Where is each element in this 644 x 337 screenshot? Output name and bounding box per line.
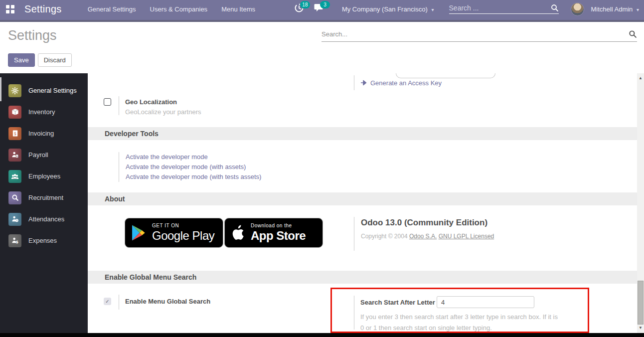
field-help-line2: 0 or 1 then search start on single lette… — [360, 324, 492, 332]
invoice-icon: $ — [8, 127, 21, 140]
svg-text:$: $ — [13, 131, 16, 136]
activity-menu[interactable]: 18 — [294, 3, 307, 15]
generate-access-key-row: Generate an Access Key — [354, 75, 442, 90]
settings-search-bar — [322, 30, 637, 42]
top-navbar: Settings General Settings Users & Compan… — [0, 0, 644, 22]
sidebar-item-recruitment[interactable]: Recruitment — [0, 187, 88, 208]
arrow-right-icon — [360, 80, 367, 86]
payroll-icon: $ — [8, 149, 21, 162]
sidebar-item-inventory[interactable]: Inventory — [0, 101, 88, 123]
geo-localization-label[interactable]: Geo Localization — [125, 98, 177, 106]
vertical-scrollbar[interactable]: ▲ ▼ — [637, 73, 644, 333]
settings-sidebar: General Settings Inventory $ Invoicing $… — [0, 73, 88, 333]
google-play-icon — [131, 225, 146, 241]
activate-dev-mode-assets-link[interactable]: Activate the developer mode (with assets… — [126, 162, 261, 172]
about-block: Odoo 13.0 (Community Edition) Copyright … — [354, 217, 494, 251]
google-play-badge[interactable]: GET IT ON Google Play — [125, 218, 223, 248]
message-count-badge: 3 — [320, 1, 330, 8]
expense-icon: $ — [8, 234, 21, 247]
user-avatar[interactable] — [571, 2, 584, 16]
scrollbar-thumb[interactable] — [638, 281, 644, 325]
scroll-up-icon[interactable]: ▲ — [637, 75, 644, 82]
sidebar-item-general-settings[interactable]: General Settings — [0, 80, 88, 101]
user-menu[interactable]: Mitchell Admin ▾ — [591, 5, 639, 13]
sidebar-item-payroll[interactable]: $ Payroll — [0, 144, 88, 166]
search-icon[interactable] — [551, 4, 559, 12]
recruitment-icon — [8, 191, 21, 204]
sidebar-item-invoicing[interactable]: $ Invoicing — [0, 123, 88, 144]
developer-links: Activate the developer mode Activate the… — [119, 152, 261, 182]
navbar-menu: General Settings Users & Companies Menu … — [88, 5, 255, 13]
employees-icon — [8, 170, 21, 183]
sidebar-item-attendances[interactable]: Attendances — [0, 208, 88, 230]
section-global-menu-search: Enable Global Menu Search — [88, 271, 637, 284]
app-title[interactable]: Settings — [24, 3, 62, 15]
settings-search-input[interactable] — [322, 30, 629, 38]
copyright-line: Copyright © 2004 Odoo S.A. GNU LGPL Lice… — [361, 233, 494, 240]
enable-menu-global-search-checkbox[interactable]: ✓ — [104, 298, 111, 305]
search-start-after-letter-input[interactable] — [437, 296, 534, 308]
apps-menu-icon[interactable] — [6, 5, 14, 13]
sidebar-item-expenses[interactable]: $ Expenses — [0, 230, 88, 251]
company-switcher[interactable]: My Company (San Francisco) ▾ — [342, 5, 434, 13]
action-buttons: Save Discard — [8, 53, 72, 67]
app-store-badge[interactable]: Download on the App Store — [224, 218, 323, 248]
activate-dev-mode-link[interactable]: Activate the developer mode — [126, 152, 261, 162]
navbar-search-input[interactable] — [449, 4, 551, 12]
discard-button[interactable]: Discard — [38, 53, 72, 67]
box-icon — [8, 106, 21, 119]
menu-general-settings[interactable]: General Settings — [88, 5, 136, 13]
activate-dev-mode-tests-link[interactable]: Activate the developer mode (with tests … — [126, 172, 261, 182]
messages-menu[interactable]: 3 — [314, 3, 327, 15]
apple-icon — [231, 224, 245, 241]
search-icon[interactable] — [629, 30, 637, 38]
attendance-icon — [8, 213, 21, 226]
svg-text:$: $ — [15, 240, 18, 244]
chevron-down-icon: ▾ — [432, 7, 434, 12]
divider — [119, 96, 119, 115]
control-panel: Settings Save Discard — [0, 22, 644, 73]
field-help-line1: If you enter 3 then search start after 3… — [360, 313, 558, 321]
svg-text:$: $ — [16, 155, 17, 158]
scroll-down-icon[interactable]: ▼ — [637, 325, 644, 332]
divider — [354, 296, 354, 330]
navbar-search — [449, 4, 559, 14]
lgpl-license-link[interactable]: GNU LGPL Licensed — [439, 233, 494, 240]
search-start-after-letter-label: Search Start After Letter — [360, 299, 435, 306]
odoo-version: Odoo 13.0 (Community Edition) — [361, 218, 494, 228]
navbar-systray: 18 3 My Company (San Francisco) ▾ Mitche… — [294, 2, 639, 16]
chevron-down-icon: ▾ — [637, 7, 639, 12]
geo-localization-checkbox[interactable] — [104, 98, 111, 106]
generate-access-key-link[interactable]: Generate an Access Key — [370, 79, 442, 87]
menu-users-companies[interactable]: Users & Companies — [150, 5, 208, 13]
main-area: General Settings Inventory $ Invoicing $… — [0, 73, 644, 333]
menu-menu-items[interactable]: Menu Items — [221, 5, 255, 13]
store-badges: GET IT ON Google Play Download on the Ap… — [125, 218, 323, 248]
section-about: About — [88, 192, 637, 205]
enable-menu-global-search-label[interactable]: Enable Menu Global Search — [125, 298, 210, 305]
section-developer-tools: Developer Tools — [88, 127, 637, 140]
settings-content: Generate an Access Key Geo Localization … — [88, 73, 637, 333]
gear-icon — [8, 84, 21, 97]
divider — [119, 295, 119, 310]
page-title: Settings — [8, 28, 57, 43]
save-button[interactable]: Save — [8, 53, 35, 67]
bottom-bar — [0, 333, 644, 337]
activity-count-badge: 18 — [300, 1, 310, 8]
sidebar-item-employees[interactable]: Employees — [0, 166, 88, 187]
sidebar-scrollbar[interactable] — [0, 77, 1, 101]
odoo-sa-link[interactable]: Odoo S.A. — [409, 233, 437, 240]
geo-localization-help: GeoLocalize your partners — [125, 108, 201, 116]
